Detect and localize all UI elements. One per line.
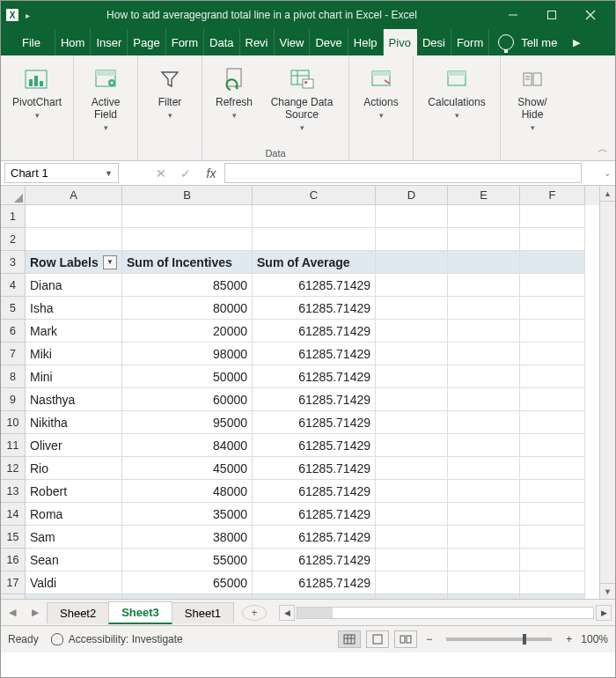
- row-header[interactable]: 3: [1, 251, 26, 274]
- select-all-corner[interactable]: [1, 186, 26, 205]
- cell[interactable]: 84000: [122, 434, 253, 457]
- sheet-nav-prev[interactable]: ◀: [1, 607, 24, 618]
- cell[interactable]: [376, 526, 448, 549]
- cell[interactable]: 35000: [122, 503, 253, 526]
- cell[interactable]: 80000: [122, 297, 253, 320]
- col-header-A[interactable]: A: [26, 186, 122, 205]
- cell[interactable]: [448, 343, 520, 365]
- zoom-level[interactable]: 100%: [581, 633, 608, 645]
- cell[interactable]: 61285.71429: [253, 434, 376, 457]
- cell[interactable]: [122, 228, 253, 251]
- tab-review[interactable]: Revi: [240, 29, 275, 55]
- refresh-button[interactable]: Refresh ▾: [208, 59, 260, 142]
- cell[interactable]: 38000: [122, 526, 253, 549]
- cell[interactable]: 48000: [122, 480, 253, 503]
- horizontal-scrollbar[interactable]: [297, 607, 594, 619]
- status-accessibility[interactable]: Accessibility: Investigate: [69, 633, 183, 645]
- cell[interactable]: [520, 228, 585, 251]
- cell[interactable]: [376, 297, 448, 320]
- tab-pivotchart-analyze[interactable]: Pivo: [384, 29, 417, 55]
- hscroll-right[interactable]: ▶: [596, 605, 612, 621]
- cell[interactable]: 61285.71429: [253, 297, 376, 320]
- cell[interactable]: 61285.71429: [253, 411, 376, 434]
- cell[interactable]: [253, 228, 376, 251]
- cell[interactable]: [520, 251, 585, 274]
- cell[interactable]: [448, 526, 520, 549]
- cell[interactable]: 95000: [122, 411, 253, 434]
- cell[interactable]: 61285.71429: [253, 549, 376, 571]
- tab-page-layout[interactable]: Page: [128, 29, 165, 55]
- cell[interactable]: [520, 388, 585, 411]
- row-header[interactable]: 4: [1, 274, 26, 297]
- tab-help[interactable]: Help: [348, 29, 384, 55]
- cell[interactable]: [376, 571, 448, 594]
- sheet-tab[interactable]: Sheet1: [172, 602, 234, 623]
- view-page-break-button[interactable]: [394, 630, 417, 648]
- cell[interactable]: [376, 320, 448, 343]
- row-header[interactable]: 17: [1, 571, 26, 594]
- fx-icon[interactable]: fx: [198, 161, 224, 185]
- tab-insert[interactable]: Inser: [91, 29, 128, 55]
- col-header-C[interactable]: C: [253, 186, 376, 205]
- pivot-row-labels-header[interactable]: Row Labels▼: [26, 251, 122, 274]
- cell[interactable]: 60000: [122, 388, 253, 411]
- cell[interactable]: 61285.71429: [253, 343, 376, 365]
- ribbon-scroll-right[interactable]: ▶: [566, 29, 587, 55]
- grand-total-value[interactable]: 858000: [253, 594, 376, 599]
- cell[interactable]: [376, 228, 448, 251]
- cell[interactable]: [448, 503, 520, 526]
- cell[interactable]: [26, 205, 122, 228]
- cell[interactable]: Valdi: [26, 571, 122, 594]
- cell[interactable]: 61285.71429: [253, 388, 376, 411]
- zoom-out-button[interactable]: −: [422, 633, 436, 645]
- cell[interactable]: 61285.71429: [253, 503, 376, 526]
- col-header-B[interactable]: B: [122, 186, 253, 205]
- tab-file[interactable]: File: [17, 29, 55, 55]
- cell[interactable]: 55000: [122, 549, 253, 571]
- cell[interactable]: [376, 343, 448, 365]
- row-header[interactable]: 6: [1, 320, 26, 343]
- sheet-tab[interactable]: Sheet3: [108, 601, 172, 624]
- cell[interactable]: [376, 365, 448, 388]
- cell[interactable]: 45000: [122, 457, 253, 480]
- row-header[interactable]: 16: [1, 549, 26, 571]
- pivot-col-header[interactable]: Sum of Average: [253, 251, 376, 274]
- grand-total-label[interactable]: Grand Total: [26, 594, 122, 599]
- cell[interactable]: [376, 549, 448, 571]
- cell[interactable]: [376, 411, 448, 434]
- tab-format[interactable]: Form: [451, 29, 489, 55]
- tell-me-search[interactable]: Tell me: [489, 29, 566, 55]
- cell[interactable]: Nikitha: [26, 411, 122, 434]
- cell[interactable]: Rio: [26, 457, 122, 480]
- tab-home[interactable]: Hom: [55, 29, 91, 55]
- cell[interactable]: Sean: [26, 549, 122, 571]
- col-header-F[interactable]: F: [520, 186, 585, 205]
- cell[interactable]: Isha: [26, 297, 122, 320]
- tab-data[interactable]: Data: [204, 29, 239, 55]
- cell[interactable]: Nasthya: [26, 388, 122, 411]
- tab-developer[interactable]: Deve: [310, 29, 348, 55]
- cell[interactable]: [448, 205, 520, 228]
- zoom-slider[interactable]: [446, 637, 552, 641]
- cell[interactable]: 61285.71429: [253, 365, 376, 388]
- cell[interactable]: Oliver: [26, 434, 122, 457]
- collapse-ribbon-button[interactable]: ︿: [598, 142, 608, 157]
- cell[interactable]: Robert: [26, 480, 122, 503]
- view-page-layout-button[interactable]: [366, 630, 389, 648]
- cell[interactable]: [520, 480, 585, 503]
- active-field-button[interactable]: Active Field ▾: [79, 59, 132, 142]
- change-data-source-button[interactable]: Change Data Source ▾: [260, 59, 343, 142]
- row-header[interactable]: 10: [1, 411, 26, 434]
- row-header[interactable]: 15: [1, 526, 26, 549]
- cell[interactable]: 85000: [122, 274, 253, 297]
- cell[interactable]: [448, 365, 520, 388]
- cell[interactable]: [520, 434, 585, 457]
- row-header[interactable]: 9: [1, 388, 26, 411]
- cell[interactable]: [448, 549, 520, 571]
- cell[interactable]: Diana: [26, 274, 122, 297]
- calculations-button[interactable]: Calculations ▾: [419, 59, 495, 142]
- cell[interactable]: Roma: [26, 503, 122, 526]
- cell[interactable]: [520, 365, 585, 388]
- cell[interactable]: 61285.71429: [253, 526, 376, 549]
- show-hide-button[interactable]: Show/ Hide ▾: [506, 59, 559, 142]
